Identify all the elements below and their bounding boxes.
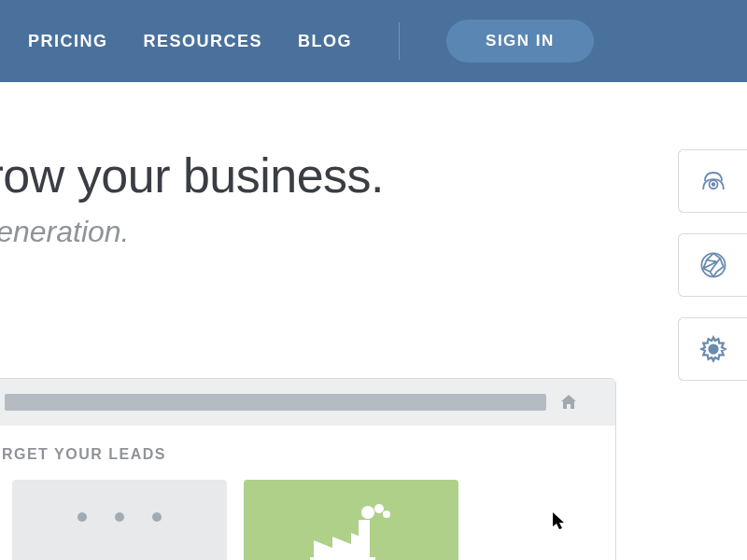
browser-url-bar[interactable] <box>5 394 546 411</box>
criteria-heading: CRITERIA TO TARGET YOUR LEADS <box>0 446 593 463</box>
svg-point-7 <box>361 506 374 519</box>
browser-mockup: CRITERIA TO TARGET YOUR LEADS <box>0 378 616 560</box>
browser-content: CRITERIA TO TARGET YOUR LEADS <box>0 426 615 560</box>
nav-blog[interactable]: BLOG <box>298 32 352 51</box>
nav: PRICING RESOURCES BLOG SIGN IN <box>28 20 594 63</box>
svg-point-4 <box>78 512 87 522</box>
nav-pricing[interactable]: PRICING <box>28 32 108 51</box>
people-icon <box>63 510 176 560</box>
svg-point-9 <box>383 511 390 518</box>
side-panel <box>678 149 747 381</box>
criteria-cards <box>0 480 593 560</box>
nav-resources[interactable]: RESOURCES <box>144 32 263 51</box>
side-button-agent[interactable] <box>678 149 747 213</box>
svg-point-8 <box>374 504 384 513</box>
side-button-settings[interactable] <box>678 317 747 381</box>
card-people[interactable] <box>12 480 227 560</box>
hero-section: nts to grow your business. out of lead g… <box>0 82 747 287</box>
hero-subtitle: out of lead generation. <box>0 215 747 249</box>
signin-button[interactable]: SIGN IN <box>446 20 594 63</box>
globe-icon <box>697 248 730 282</box>
header: PRICING RESOURCES BLOG SIGN IN <box>0 0 747 82</box>
agent-icon <box>697 164 730 198</box>
card-industry[interactable] <box>244 480 458 560</box>
home-icon[interactable] <box>559 393 578 412</box>
gear-icon <box>697 332 730 366</box>
svg-point-3 <box>709 345 717 354</box>
nav-divider <box>399 22 400 60</box>
browser-toolbar <box>0 379 615 426</box>
svg-point-6 <box>152 512 162 522</box>
svg-point-5 <box>115 512 124 522</box>
hero-title: nts to grow your business. <box>0 147 747 203</box>
side-button-globe[interactable] <box>678 233 747 297</box>
svg-point-1 <box>712 183 714 186</box>
factory-icon <box>304 503 398 560</box>
mouse-cursor <box>553 512 568 531</box>
